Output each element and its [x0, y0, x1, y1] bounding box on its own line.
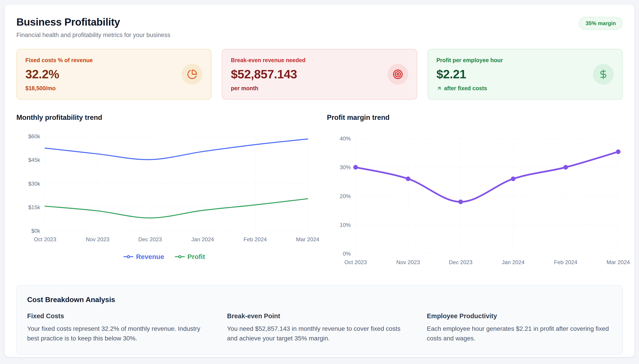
analysis-heading: Fixed Costs: [27, 312, 212, 320]
svg-text:Jan 2024: Jan 2024: [502, 259, 524, 265]
chart-title: Profit margin trend: [327, 114, 622, 122]
header-text: Business Profitability Financial health …: [17, 16, 170, 38]
stat-label: Break-even revenue needed: [231, 57, 305, 64]
chart-title: Monthly profitability trend: [17, 114, 312, 122]
svg-text:Dec 2023: Dec 2023: [138, 236, 162, 242]
svg-text:$0k: $0k: [32, 228, 41, 234]
svg-text:$45k: $45k: [28, 157, 41, 163]
page-title: Business Profitability: [17, 16, 170, 28]
pie-chart-icon: [182, 64, 203, 84]
monthly-profitability-chart[interactable]: $0k$15k$30k$45k$60kOct 2023Nov 2023Dec 2…: [17, 128, 312, 250]
svg-text:0%: 0%: [343, 251, 351, 257]
svg-text:Oct 2023: Oct 2023: [34, 236, 56, 242]
header: Business Profitability Financial health …: [17, 16, 622, 38]
analysis-body: Your fixed costs represent 32.2% of mont…: [27, 324, 212, 343]
cost-breakdown-panel: Cost Breakdown Analysis Fixed Costs Your…: [17, 285, 622, 354]
legend-line-marker-icon: [175, 255, 185, 258]
legend-item-revenue: Revenue: [124, 253, 164, 260]
stat-sub: after fixed costs: [436, 85, 503, 92]
arrow-up-right-icon: [436, 86, 442, 91]
stat-label: Fixed costs % of revenue: [25, 57, 93, 64]
stat-sub-text: after fixed costs: [444, 85, 487, 92]
legend-label: Revenue: [136, 253, 164, 260]
svg-text:30%: 30%: [340, 164, 351, 170]
stat-value: $52,857.143: [231, 67, 305, 81]
svg-text:Jan 2024: Jan 2024: [191, 236, 214, 242]
stat-value: $2.21: [436, 67, 503, 81]
stat-card-fixed-costs: Fixed costs % of revenue 32.2% $18,500/m…: [17, 49, 212, 100]
svg-text:Feb 2024: Feb 2024: [244, 236, 267, 242]
target-icon: [388, 64, 408, 84]
legend-label: Profit: [188, 253, 205, 260]
svg-text:$30k: $30k: [28, 181, 41, 187]
analysis-columns: Fixed Costs Your fixed costs represent 3…: [27, 312, 612, 343]
page-subtitle: Financial health and profitability metri…: [17, 32, 170, 38]
analysis-item-fixed-costs: Fixed Costs Your fixed costs represent 3…: [27, 312, 212, 343]
svg-text:10%: 10%: [340, 222, 351, 228]
stat-card-text: Fixed costs % of revenue 32.2% $18,500/m…: [25, 57, 93, 92]
svg-text:20%: 20%: [340, 193, 351, 199]
svg-text:$60k: $60k: [28, 133, 41, 139]
chart-legend: Revenue Profit: [17, 253, 312, 260]
analysis-item-employee-productivity: Employee Productivity Each employee hour…: [427, 312, 612, 343]
legend-line-marker-icon: [124, 255, 133, 258]
analysis-item-break-even: Break-even Point You need $52,857.143 in…: [227, 312, 412, 343]
dashboard-card: Business Profitability Financial health …: [5, 4, 634, 357]
svg-text:40%: 40%: [340, 136, 351, 142]
svg-text:Feb 2024: Feb 2024: [554, 259, 577, 265]
stat-value: 32.2%: [25, 67, 93, 81]
legend-item-profit: Profit: [175, 253, 205, 260]
stats-row: Fixed costs % of revenue 32.2% $18,500/m…: [17, 49, 622, 100]
analysis-heading: Employee Productivity: [427, 312, 612, 320]
svg-text:Nov 2023: Nov 2023: [86, 236, 109, 242]
svg-text:Mar 2024: Mar 2024: [606, 259, 630, 265]
chart-monthly-profitability: Monthly profitability trend $0k$15k$30k$…: [17, 114, 312, 271]
margin-badge: 35% margin: [579, 17, 622, 30]
svg-text:Oct 2023: Oct 2023: [344, 259, 367, 265]
panel-title: Cost Breakdown Analysis: [27, 296, 612, 304]
svg-text:Dec 2023: Dec 2023: [449, 259, 472, 265]
stat-card-text: Profit per employee hour $2.21 after fix…: [436, 57, 503, 92]
svg-text:Nov 2023: Nov 2023: [396, 259, 420, 265]
svg-text:Mar 2024: Mar 2024: [296, 236, 319, 242]
analysis-body: Each employee hour generates $2.21 in pr…: [427, 324, 612, 343]
stat-card-break-even: Break-even revenue needed $52,857.143 pe…: [222, 49, 417, 100]
stat-label: Profit per employee hour: [436, 57, 503, 64]
analysis-heading: Break-even Point: [227, 312, 412, 320]
stat-sub: per month: [231, 85, 305, 92]
svg-text:$15k: $15k: [28, 204, 41, 210]
profit-margin-chart[interactable]: 0%10%20%30%40%Oct 2023Nov 2023Dec 2023Ja…: [327, 128, 622, 271]
dollar-sign-icon: [593, 64, 614, 84]
stat-card-text: Break-even revenue needed $52,857.143 pe…: [231, 57, 305, 92]
stat-card-profit-per-hour: Profit per employee hour $2.21 after fix…: [427, 49, 622, 100]
analysis-body: You need $52,857.143 in monthly revenue …: [227, 324, 412, 343]
charts-row: Monthly profitability trend $0k$15k$30k$…: [17, 114, 622, 271]
stat-sub: $18,500/mo: [25, 85, 93, 92]
chart-profit-margin: Profit margin trend 0%10%20%30%40%Oct 20…: [327, 114, 622, 271]
